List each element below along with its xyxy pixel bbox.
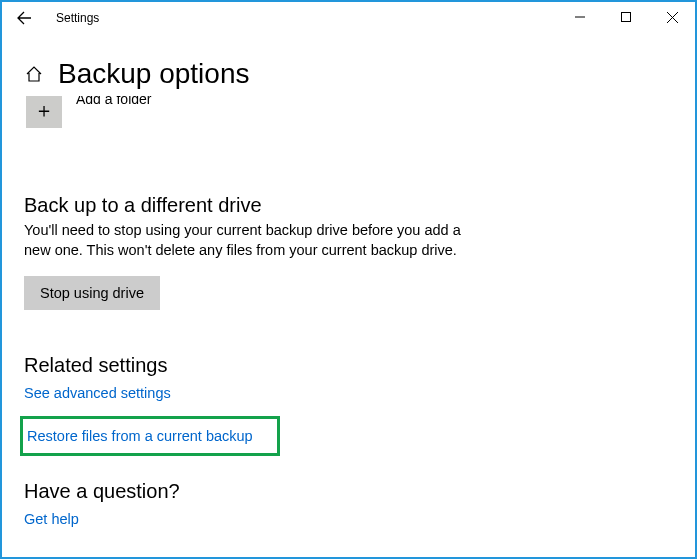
- page-title: Backup options: [58, 58, 249, 90]
- close-icon: [667, 12, 678, 23]
- backup-heading: Back up to a different drive: [24, 194, 673, 217]
- titlebar: Settings: [2, 2, 695, 34]
- get-help-link[interactable]: Get help: [24, 511, 79, 527]
- restore-files-link[interactable]: Restore files from a current backup: [27, 428, 253, 444]
- add-folder-plus[interactable]: ＋: [26, 96, 62, 128]
- question-heading: Have a question?: [24, 480, 673, 503]
- see-advanced-settings-link[interactable]: See advanced settings: [24, 385, 171, 401]
- minimize-icon: [575, 12, 585, 22]
- page-header: Backup options: [24, 58, 673, 90]
- maximize-button[interactable]: [603, 2, 649, 32]
- arrow-left-icon: [16, 10, 32, 26]
- add-folder-row[interactable]: ＋ Add a folder: [26, 96, 673, 138]
- app-title: Settings: [56, 11, 99, 25]
- add-folder-label: Add a folder: [76, 96, 152, 107]
- window-controls: [557, 2, 695, 32]
- content-area: Backup options ＋ Add a folder Back up to…: [2, 34, 695, 528]
- back-button[interactable]: [10, 4, 38, 32]
- svg-rect-1: [622, 13, 631, 22]
- maximize-icon: [621, 12, 631, 22]
- backup-description: You'll need to stop using your current b…: [24, 221, 464, 260]
- home-icon[interactable]: [24, 64, 44, 84]
- stop-using-drive-button[interactable]: Stop using drive: [24, 276, 160, 310]
- restore-link-highlight: Restore files from a current backup: [20, 416, 280, 456]
- related-settings-heading: Related settings: [24, 354, 673, 377]
- plus-icon: ＋: [34, 97, 54, 124]
- minimize-button[interactable]: [557, 2, 603, 32]
- close-button[interactable]: [649, 2, 695, 32]
